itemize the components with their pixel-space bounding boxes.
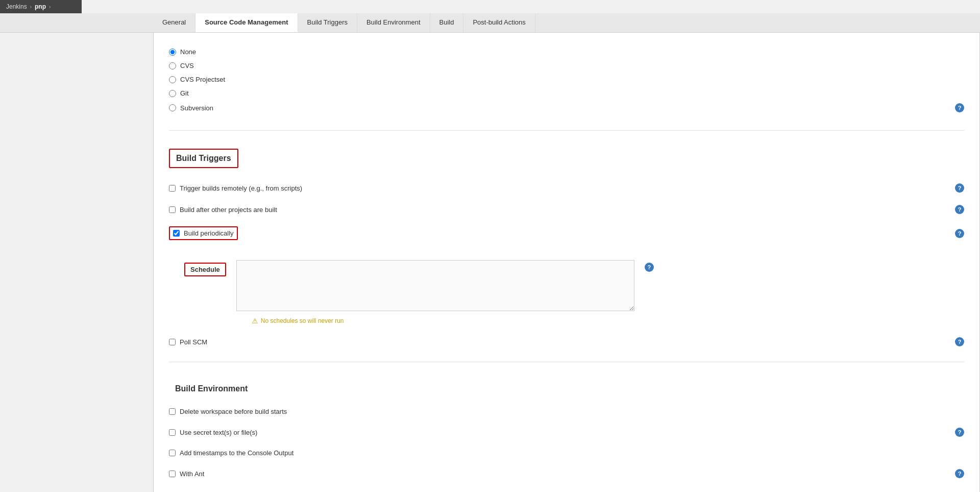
- schedule-warning: ⚠ No schedules so will never run: [252, 317, 634, 325]
- scm-cvs-projectset-radio[interactable]: [169, 76, 176, 83]
- schedule-right: ⚠ No schedules so will never run: [236, 260, 634, 325]
- tab-source-code[interactable]: Source Code Management: [195, 13, 298, 32]
- add-timestamps-checkbox[interactable]: [169, 450, 176, 456]
- scm-none-radio[interactable]: [169, 49, 176, 56]
- content-panel: None CVS CVS Projectset Git Subversion ?…: [153, 33, 980, 492]
- build-after-help-icon[interactable]: ?: [955, 205, 964, 214]
- breadcrumb-jenkins-link[interactable]: Jenkins: [6, 3, 27, 10]
- scm-none-item: None: [169, 48, 196, 56]
- build-environment-checkboxes: Delete workspace before build starts Use…: [169, 405, 964, 486]
- schedule-textarea[interactable]: [236, 260, 634, 311]
- use-secret-checkbox[interactable]: [169, 429, 176, 436]
- build-after-label[interactable]: Build after other projects are built: [180, 206, 277, 214]
- breadcrumb: Jenkins › pnp ›: [0, 0, 82, 13]
- with-ant-checkbox[interactable]: [169, 471, 176, 477]
- build-periodically-left: Build periodically: [169, 226, 238, 240]
- breadcrumb-sep1: ›: [30, 4, 32, 10]
- scm-subversion-help-icon[interactable]: ?: [955, 103, 964, 112]
- build-after-left: Build after other projects are built: [169, 206, 277, 214]
- use-secret-label[interactable]: Use secret text(s) or file(s): [180, 429, 257, 436]
- scm-cvs-projectset-label[interactable]: CVS Projectset: [180, 76, 225, 83]
- add-timestamps-row: Add timestamps to the Console Output: [169, 449, 964, 457]
- build-periodically-row: Build periodically ?: [169, 226, 964, 240]
- build-after-checkbox[interactable]: [169, 206, 176, 213]
- scm-none-row: None: [169, 48, 964, 56]
- poll-scm-left: Poll SCM: [169, 338, 207, 346]
- scm-subversion-radio[interactable]: [169, 104, 176, 111]
- poll-scm-label[interactable]: Poll SCM: [180, 338, 207, 346]
- use-secret-help-icon[interactable]: ?: [955, 428, 964, 437]
- use-secret-left: Use secret text(s) or file(s): [169, 429, 257, 436]
- warning-text: No schedules so will never run: [261, 317, 344, 324]
- scm-subversion-item: Subversion: [169, 104, 213, 112]
- delete-workspace-row: Delete workspace before build starts: [169, 408, 964, 415]
- build-triggers-checkboxes: Trigger builds remotely (e.g., from scri…: [169, 181, 964, 354]
- scm-git-item: Git: [169, 89, 964, 97]
- poll-scm-checkbox[interactable]: [169, 339, 176, 345]
- with-ant-row: With Ant ?: [169, 469, 964, 478]
- scm-cvs-item: CVS: [169, 62, 964, 69]
- schedule-help-icon[interactable]: ?: [645, 263, 654, 272]
- breadcrumb-project: pnp: [35, 3, 46, 10]
- build-triggers-section: Build Triggers Trigger builds remotely (…: [169, 138, 964, 354]
- scm-subversion-label[interactable]: Subversion: [180, 104, 213, 112]
- tab-build-environment[interactable]: Build Environment: [357, 13, 430, 32]
- schedule-section: Schedule ⚠ No schedules so will never ru…: [184, 260, 964, 325]
- use-secret-row: Use secret text(s) or file(s) ?: [169, 428, 964, 437]
- build-after-row: Build after other projects are built ?: [169, 205, 964, 214]
- poll-scm-row: Poll SCM ?: [169, 337, 964, 346]
- delete-workspace-checkbox[interactable]: [169, 408, 176, 415]
- scm-cvs-radio[interactable]: [169, 62, 176, 69]
- scm-git-radio[interactable]: [169, 90, 176, 97]
- build-periodically-help-icon[interactable]: ?: [955, 229, 964, 238]
- divider-2: [169, 362, 964, 362]
- with-ant-help-icon[interactable]: ?: [955, 469, 964, 478]
- scm-git-label[interactable]: Git: [180, 89, 189, 97]
- divider-1: [169, 130, 964, 131]
- build-environment-header: Build Environment: [169, 380, 254, 397]
- delete-workspace-label[interactable]: Delete workspace before build starts: [180, 408, 287, 415]
- with-ant-label[interactable]: With Ant: [180, 470, 204, 478]
- add-timestamps-left: Add timestamps to the Console Output: [169, 449, 293, 457]
- tab-bar: General Source Code Management Build Tri…: [0, 13, 980, 33]
- scm-none-label[interactable]: None: [180, 48, 196, 56]
- scm-radio-group: None CVS CVS Projectset Git Subversion ?: [169, 43, 964, 123]
- scm-subversion-row: Subversion ?: [169, 103, 964, 112]
- button-bar: Save Apply: [169, 486, 964, 492]
- build-periodically-box: Build periodically: [169, 226, 238, 240]
- build-periodically-checkbox[interactable]: [173, 230, 180, 237]
- scm-cvs-label[interactable]: CVS: [180, 62, 194, 69]
- tab-general[interactable]: General: [153, 13, 195, 32]
- with-ant-left: With Ant: [169, 470, 204, 478]
- trigger-remote-help-icon[interactable]: ?: [955, 183, 964, 193]
- scm-cvs-projectset-item: CVS Projectset: [169, 76, 964, 83]
- build-environment-section: Build Environment Delete workspace befor…: [169, 370, 964, 486]
- build-periodically-label[interactable]: Build periodically: [184, 229, 234, 237]
- trigger-remote-checkbox[interactable]: [169, 185, 176, 192]
- trigger-remote-left: Trigger builds remotely (e.g., from scri…: [169, 184, 302, 192]
- delete-workspace-left: Delete workspace before build starts: [169, 408, 287, 415]
- tab-post-build[interactable]: Post-build Actions: [463, 13, 535, 32]
- build-triggers-header: Build Triggers: [169, 149, 238, 168]
- warning-icon: ⚠: [252, 317, 258, 325]
- trigger-remote-row: Trigger builds remotely (e.g., from scri…: [169, 183, 964, 193]
- breadcrumb-sep2: ›: [49, 4, 51, 10]
- tab-build[interactable]: Build: [430, 13, 464, 32]
- trigger-remote-label[interactable]: Trigger builds remotely (e.g., from scri…: [180, 184, 302, 192]
- poll-scm-help-icon[interactable]: ?: [955, 337, 964, 346]
- schedule-label-box: Schedule: [184, 263, 226, 276]
- add-timestamps-label[interactable]: Add timestamps to the Console Output: [180, 449, 293, 457]
- tab-build-triggers[interactable]: Build Triggers: [298, 13, 357, 32]
